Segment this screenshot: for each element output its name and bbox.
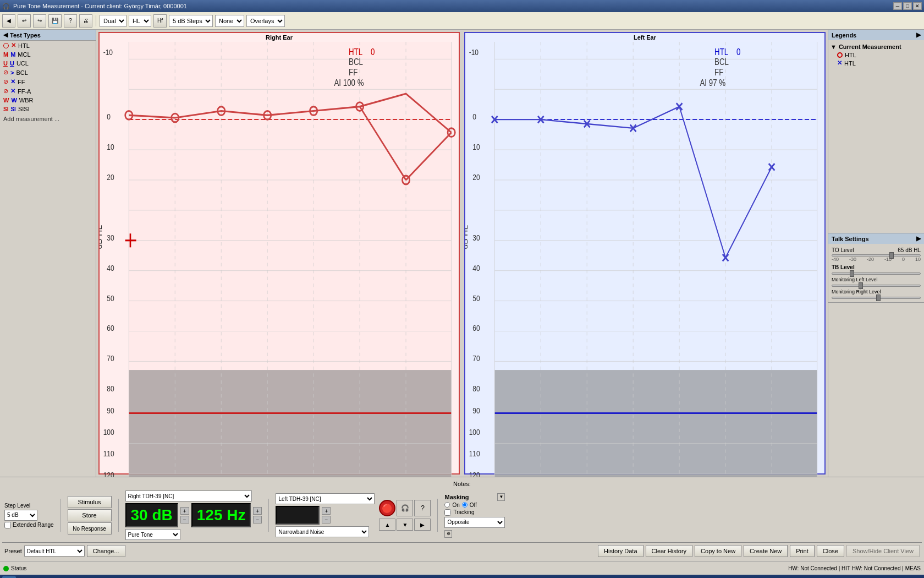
legend-htl-x: ✕ HTL xyxy=(831,59,922,67)
history-data-button[interactable]: History Data xyxy=(598,545,644,557)
stimulus-group: Stimulus Store No Response xyxy=(68,496,112,535)
status-left: Status xyxy=(3,565,26,571)
sidebar-item-sisi[interactable]: SI SI SISI xyxy=(0,105,96,113)
tb-level-slider[interactable] xyxy=(832,272,921,275)
red-ear-button[interactable]: 🔴 xyxy=(379,500,395,516)
left-db-minus-button[interactable]: − xyxy=(322,516,331,524)
close-button-action[interactable]: Close xyxy=(817,545,844,557)
freq-plus-button[interactable]: + xyxy=(253,507,262,515)
create-new-button[interactable]: Create New xyxy=(744,545,788,557)
print-toolbar-button[interactable]: 🖨 xyxy=(79,14,92,28)
mcl-m-blue-icon: M xyxy=(10,51,15,58)
svg-text:FF: FF xyxy=(349,68,358,77)
change-button[interactable]: Change... xyxy=(87,545,125,557)
sidebar-header[interactable]: ◀ Test Types xyxy=(0,30,96,41)
left-transducer-select[interactable]: Left TDH-39 [NC] xyxy=(276,493,375,504)
step-level-select[interactable]: 5 dB xyxy=(4,510,37,521)
no-response-button[interactable]: No Response xyxy=(68,522,112,535)
left-ear-title: Left Ear xyxy=(465,33,824,42)
sidebar-item-mcl[interactable]: M M MCL xyxy=(0,50,96,59)
back-button[interactable]: ◀ xyxy=(2,14,15,28)
step-select-toolbar[interactable]: 5 dB Steps xyxy=(169,15,213,27)
bcl-label: BCL xyxy=(16,69,28,76)
masking-noise-select[interactable]: Narrowband Noise xyxy=(276,526,369,537)
minimize-button[interactable]: ─ xyxy=(893,2,902,10)
nav-up-button[interactable]: ▲ xyxy=(379,519,395,531)
svg-text:70: 70 xyxy=(107,354,114,363)
show-hide-button[interactable]: Show/Hide Client View xyxy=(846,545,920,557)
sidebar-item-wbr[interactable]: W W WBR xyxy=(0,96,96,105)
hl-button[interactable]: Hf xyxy=(153,14,167,28)
question-ear-button[interactable]: ? xyxy=(414,500,431,516)
svg-text:40: 40 xyxy=(472,264,480,272)
db-minus-button[interactable]: − xyxy=(180,516,189,524)
masking-on-radio[interactable] xyxy=(444,502,450,508)
svg-text:dB HL: dB HL xyxy=(100,225,103,249)
masking-tracking-checkbox[interactable] xyxy=(444,509,451,516)
refresh-button2[interactable]: ↪ xyxy=(33,14,46,28)
sidebar-item-htl[interactable]: ✕ HTL xyxy=(0,41,96,50)
to-level-thumb[interactable] xyxy=(889,252,894,259)
svg-text:110: 110 xyxy=(103,449,114,458)
headphone-button[interactable]: 🎧 xyxy=(397,500,413,516)
sidebar-item-ucl[interactable]: U U UCL xyxy=(0,59,96,68)
overlays-select[interactable]: Overlays xyxy=(246,15,285,27)
talk-settings-expand-icon[interactable]: ▶ xyxy=(916,235,921,242)
add-measurement-button[interactable]: Add measurement ... xyxy=(0,113,96,124)
copy-to-new-button[interactable]: Copy to New xyxy=(695,545,741,557)
masking-off-radio[interactable] xyxy=(462,502,468,508)
masking-settings-button[interactable]: ⚙ xyxy=(444,530,452,538)
tb-level-thumb[interactable] xyxy=(850,270,854,277)
right-transducer-select[interactable]: Right TDH-39 [NC] xyxy=(125,490,252,501)
scale-select[interactable]: HL xyxy=(129,15,151,27)
sidebar-item-bcl[interactable]: ⊘ > BCL xyxy=(0,68,96,77)
sidebar-item-ff-a[interactable]: ⊘ ✕ FF-A xyxy=(0,86,96,96)
preset-select[interactable]: Default HTL xyxy=(24,546,85,557)
none-select[interactable]: None xyxy=(215,15,244,27)
mode-select[interactable]: Dual xyxy=(100,15,127,27)
clear-history-button[interactable]: Clear History xyxy=(646,545,693,557)
legends-expand-icon[interactable]: ▶ xyxy=(916,31,921,39)
left-db-plus-button[interactable]: + xyxy=(322,507,331,515)
right-panel: Legends ▶ ▼ Current Measurement HTL ✕ HT… xyxy=(828,30,924,477)
maximize-button[interactable]: □ xyxy=(903,2,912,10)
tone-type-select[interactable]: Pure Tone xyxy=(125,529,180,540)
refresh-button1[interactable]: ↩ xyxy=(18,14,31,28)
main-window: ◀ ↩ ↪ 💾 ? 🖨 Dual HL Hf 5 dB Steps None O… xyxy=(0,12,924,561)
masking-group: Masking ▼ On Off Tracking Opposite ⚙ xyxy=(444,493,505,538)
monitoring-left-thumb[interactable] xyxy=(859,282,863,289)
to-level-row: TO Level 65 dB HL xyxy=(832,247,921,253)
monitoring-right-thumb[interactable] xyxy=(876,295,881,301)
content-area: ◀ Test Types ✕ HTL M M MCL U U UCL xyxy=(0,30,924,477)
freq-minus-button[interactable]: − xyxy=(253,516,262,524)
monitoring-left-slider[interactable] xyxy=(832,285,921,287)
save-button[interactable]: 💾 xyxy=(48,14,62,28)
print-button[interactable]: Print xyxy=(790,545,815,557)
masking-expand-button[interactable]: ▼ xyxy=(497,493,505,501)
left-db-plus-minus: + − xyxy=(322,507,331,524)
to-level-slider[interactable]: -40 -30 -20 -10 0 10 xyxy=(832,254,921,262)
nav-down-button[interactable]: ▼ xyxy=(397,519,413,531)
monitoring-right-slider[interactable] xyxy=(832,297,921,299)
masking-opposite-select[interactable]: Opposite xyxy=(444,517,505,528)
svg-text:250: 250 xyxy=(172,475,183,477)
help-button[interactable]: ? xyxy=(64,14,77,28)
extended-range-checkbox[interactable] xyxy=(4,522,11,528)
svg-text:HTL: HTL xyxy=(714,47,728,57)
to-label-m30: -30 xyxy=(849,257,856,262)
left-transducer-masking-group: Left TDH-39 [NC] + − Narrowband Noise xyxy=(276,493,375,537)
store-button[interactable]: Store xyxy=(68,509,112,521)
masking-tracking-row: Tracking xyxy=(444,509,505,516)
stimulus-button[interactable]: Stimulus xyxy=(68,496,112,508)
separator-v3 xyxy=(268,499,269,532)
talk-settings-section: Talk Settings ▶ TO Level 65 dB HL -40 xyxy=(828,233,924,303)
svg-text:dB HL: dB HL xyxy=(465,225,469,249)
nav-right-button[interactable]: ▶ xyxy=(414,519,431,531)
svg-text:-10: -10 xyxy=(103,48,113,57)
svg-text:BCL: BCL xyxy=(349,57,363,67)
legend-htl-circle: HTL xyxy=(831,51,922,59)
current-measurement-label: Current Measurement xyxy=(839,43,901,50)
sidebar-item-ff[interactable]: ⊘ ✕ FF xyxy=(0,77,96,86)
close-button[interactable]: ✕ xyxy=(913,2,922,10)
db-plus-button[interactable]: + xyxy=(180,507,189,515)
